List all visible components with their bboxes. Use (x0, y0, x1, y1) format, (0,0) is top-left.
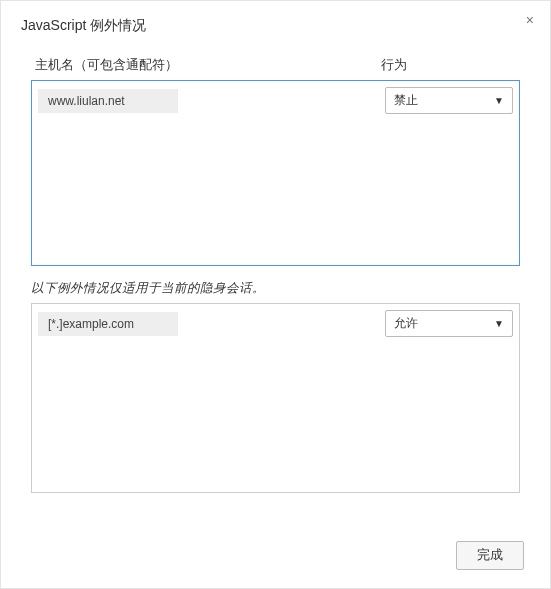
host-column-header: 主机名（可包含通配符） (35, 57, 381, 74)
action-select[interactable]: 允许 ▼ (385, 310, 513, 337)
exception-row[interactable]: [*.]example.com 允许 ▼ (36, 308, 515, 339)
host-field[interactable]: [*.]example.com (38, 312, 178, 336)
chevron-down-icon: ▼ (494, 95, 504, 106)
exception-row[interactable]: www.liulan.net 禁止 ▼ (36, 85, 515, 116)
column-headers: 主机名（可包含通配符） 行为 (31, 57, 520, 74)
action-select-value: 允许 (394, 315, 418, 332)
action-column-header: 行为 (381, 57, 516, 74)
dialog-title: JavaScript 例外情况 (21, 17, 530, 35)
done-button[interactable]: 完成 (456, 541, 524, 570)
incognito-exceptions-list[interactable]: [*.]example.com 允许 ▼ (31, 303, 520, 493)
action-select[interactable]: 禁止 ▼ (385, 87, 513, 114)
incognito-note: 以下例外情况仅适用于当前的隐身会话。 (31, 280, 520, 297)
exceptions-list[interactable]: www.liulan.net 禁止 ▼ (31, 80, 520, 266)
chevron-down-icon: ▼ (494, 318, 504, 329)
action-select-value: 禁止 (394, 92, 418, 109)
close-button[interactable]: × (524, 11, 536, 29)
host-field[interactable]: www.liulan.net (38, 89, 178, 113)
dialog-footer: 完成 (456, 541, 524, 570)
exceptions-dialog: × JavaScript 例外情况 主机名（可包含通配符） 行为 www.liu… (1, 1, 550, 588)
